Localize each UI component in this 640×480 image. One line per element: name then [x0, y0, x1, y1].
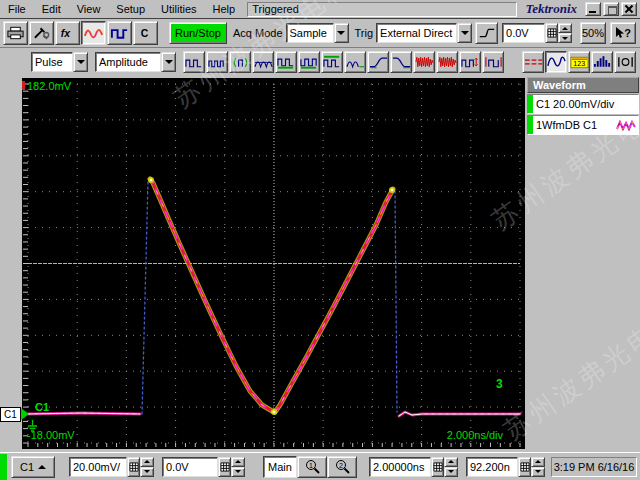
vertical-offset-spinner[interactable]: [231, 457, 245, 477]
horizontal-scale-spinner[interactable]: [444, 457, 458, 477]
zoom2-button[interactable]: 2: [327, 456, 357, 478]
channel-active-bar: [528, 95, 533, 113]
ctext-icon: C: [136, 26, 155, 40]
waveform-row-label: 1WfmDB C1: [536, 119, 616, 131]
vertical-scale-keypad-button[interactable]: [127, 457, 140, 477]
spin-up-icon[interactable]: [444, 457, 458, 467]
spin-down-icon[interactable]: [531, 467, 545, 477]
spin-down-icon[interactable]: [140, 467, 154, 477]
zoom1-button[interactable]: 1: [297, 456, 327, 478]
menu-view[interactable]: View: [69, 1, 109, 17]
display-readout-button[interactable]: 123: [568, 51, 590, 73]
meas-gated-button[interactable]: [482, 51, 504, 73]
spin-up-icon[interactable]: [140, 457, 154, 467]
horizontal-position-spinner[interactable]: [531, 457, 545, 477]
display-waveform-button[interactable]: [545, 51, 567, 73]
timebase-mode-button[interactable]: Main: [263, 456, 297, 478]
chevron-down-icon[interactable]: [161, 52, 176, 72]
spin-up-icon[interactable]: [558, 23, 572, 33]
spin-up-icon[interactable]: [231, 457, 245, 467]
menu-edit[interactable]: Edit: [34, 1, 69, 17]
display-dashes-button[interactable]: [522, 51, 544, 73]
meas-amplitude-button[interactable]: [183, 51, 205, 73]
measure-category-select[interactable]: Pulse: [31, 52, 88, 72]
chevron-up-icon: [38, 465, 46, 469]
meas-period-button[interactable]: [229, 51, 251, 73]
meas-cycle-button[interactable]: [206, 51, 228, 73]
meas-pos-width-button[interactable]: [275, 51, 297, 73]
horizontal-position-keypad-button[interactable]: [518, 457, 531, 477]
chevron-down-icon[interactable]: [457, 23, 472, 43]
run-stop-button[interactable]: Run/Stop: [169, 22, 227, 44]
histogram-icon: [593, 55, 612, 69]
oscilloscope-application: File Edit View Setup Utilities Help Trig…: [0, 0, 640, 480]
pulseDb-icon: [461, 55, 480, 69]
spin-up-icon[interactable]: [531, 457, 545, 467]
horizontal-scale-input[interactable]: 2.00000ns: [369, 457, 431, 477]
vertical-offset-input[interactable]: 0.0V: [162, 457, 218, 477]
meas-burst-button[interactable]: [413, 51, 435, 73]
spin-down-icon[interactable]: [231, 467, 245, 477]
waveform-display-button[interactable]: [81, 21, 106, 45]
spin-down-icon[interactable]: [558, 33, 572, 43]
formula-button[interactable]: fx: [55, 21, 80, 45]
measure-subcategory-select[interactable]: Amplitude: [95, 52, 176, 72]
workspace: 182.0mV -18.00mV 2.000ns/div 3 C1 C1 Wav…: [0, 76, 640, 452]
trigger-level-spinner[interactable]: [558, 23, 572, 43]
display-histogram-button[interactable]: [591, 51, 613, 73]
meas-high-button[interactable]: [321, 51, 343, 73]
channel-marker-arrow-icon[interactable]: [21, 408, 29, 420]
horizontal-scale-keypad-button[interactable]: [431, 457, 444, 477]
horizontal-position-input[interactable]: 92.200n: [466, 457, 518, 477]
marker-3-readout: 3: [496, 379, 503, 390]
minimize-button[interactable]: [585, 2, 601, 16]
print-button[interactable]: [3, 21, 28, 45]
meas-fall-time-button[interactable]: [390, 51, 412, 73]
vertical-offset-keypad-button[interactable]: [218, 457, 231, 477]
menu-setup[interactable]: Setup: [108, 1, 153, 17]
channel-select-value: C1: [20, 461, 34, 473]
meas-db-button[interactable]: [459, 51, 481, 73]
waveform-row-wfmdb[interactable]: 1WfmDB C1: [527, 115, 639, 135]
meas-burst2-button[interactable]: [436, 51, 458, 73]
trigger-status-readout: Triggered: [247, 2, 517, 17]
chevron-down-icon[interactable]: [334, 23, 349, 43]
keypad-icon: [433, 462, 443, 472]
chevron-down-icon[interactable]: [73, 52, 88, 72]
vertical-scale-spinner[interactable]: [140, 457, 154, 477]
trigger-source-select[interactable]: External Direct: [376, 23, 472, 43]
menu-bar: File Edit View Setup Utilities Help Trig…: [0, 0, 640, 19]
vertical-scale-input[interactable]: 20.00mV/: [69, 457, 127, 477]
pulse-display-button[interactable]: [107, 21, 132, 45]
close-button[interactable]: [621, 2, 637, 16]
svg-text:2: 2: [339, 462, 343, 469]
channel-select-button[interactable]: C1: [11, 456, 55, 478]
meas-mean-button[interactable]: [252, 51, 274, 73]
meas-low-button[interactable]: [344, 51, 366, 73]
measure-subcategory-value: Amplitude: [95, 52, 161, 72]
acq-mode-label: Acq Mode: [233, 27, 283, 39]
toolbox-button[interactable]: [29, 21, 54, 45]
context-help-button[interactable]: ?: [610, 22, 636, 44]
trigger-level-keypad-button[interactable]: [545, 23, 558, 43]
trigger-level-input[interactable]: 0.0V: [502, 23, 545, 43]
burst-icon: [415, 55, 434, 69]
cursor-arrow-icon: [615, 27, 624, 39]
meas-rise-time-button[interactable]: [367, 51, 389, 73]
c-button[interactable]: C: [133, 21, 158, 45]
display-eye-button[interactable]: [614, 51, 636, 73]
acq-mode-select[interactable]: Sample: [286, 23, 349, 43]
set-to-50-button[interactable]: 50%: [580, 22, 606, 44]
restore-button[interactable]: [603, 2, 619, 16]
meas-neg-width-button[interactable]: [298, 51, 320, 73]
spin-down-icon[interactable]: [444, 467, 458, 477]
wave-icon: [84, 26, 103, 40]
channel-trace-label: C1: [35, 402, 49, 413]
menu-file[interactable]: File: [0, 1, 34, 17]
ground-reference-icon: [25, 419, 40, 434]
channel-marker-badge[interactable]: C1: [0, 407, 21, 422]
waveform-row-c1[interactable]: C1 20.00mV/div: [527, 94, 639, 114]
menu-utilities[interactable]: Utilities: [153, 1, 204, 17]
menu-help[interactable]: Help: [205, 1, 244, 17]
trigger-slope-button[interactable]: [475, 22, 498, 44]
